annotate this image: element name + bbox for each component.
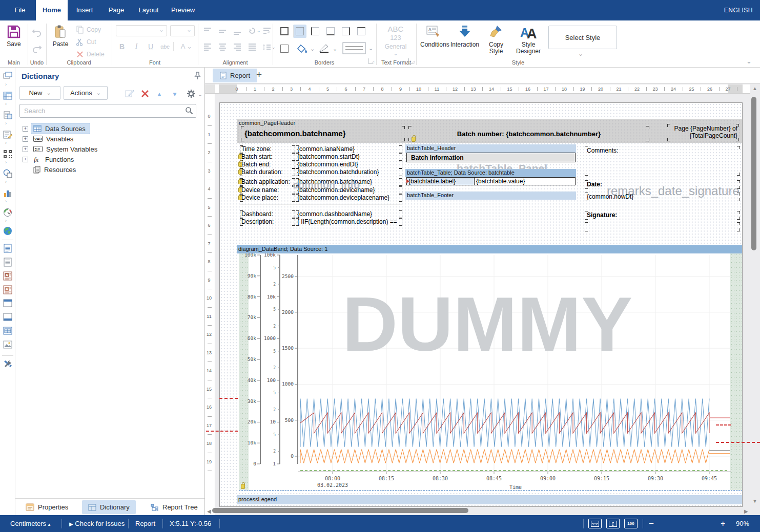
info-value-cell[interactable]: {batchcommon.startDt}	[296, 153, 402, 161]
tree-item-core[interactable]: fxFunctions	[31, 154, 78, 165]
batchname-textbox[interactable]: {batchcommon.batchname}	[241, 126, 405, 141]
check-for-issues-button[interactable]: ▶ Check for Issues	[69, 515, 125, 532]
process-chart[interactable]: 010k20k30k40k50k60k70k80k90k100k12510251…	[239, 253, 743, 490]
underline-button[interactable]: U	[145, 41, 157, 52]
menu-tab-file[interactable]: File	[5, 0, 35, 20]
expand-icon[interactable]: +	[23, 126, 28, 132]
bands-icon-flyout-chevron[interactable]: ›	[5, 82, 7, 87]
tree-item-functions[interactable]: +fxFunctions	[15, 155, 205, 165]
tab-report[interactable]: Report	[213, 69, 257, 82]
zoom-level[interactable]: 90%	[736, 515, 749, 532]
report-page[interactable]: common_PageHeader{batchcommon.batchname}…	[219, 102, 743, 507]
bands-icon[interactable]	[3, 72, 12, 81]
tree-item-core[interactable]: Resources	[31, 164, 80, 175]
gear-icon[interactable]	[187, 89, 196, 98]
scroll-right-icon[interactable]: ▶	[744, 508, 748, 514]
signature-empty-cell[interactable]	[585, 222, 740, 231]
delete-icon[interactable]	[140, 89, 150, 98]
border-right-button[interactable]	[339, 25, 353, 38]
info-value-cell[interactable]: {batchcommon.endDt}	[296, 161, 402, 168]
map-icon[interactable]	[3, 226, 12, 236]
tree-item-data-sources[interactable]: +Data Sources	[15, 124, 205, 134]
move-down-icon[interactable]: ▼	[172, 91, 178, 98]
batchtable-label-cell[interactable]: {batchtable.label}	[406, 177, 475, 185]
info-value-cell[interactable]: {batchcommon.deviceplacename}	[296, 194, 402, 202]
border-left-button[interactable]	[309, 25, 322, 38]
batch-number-textbox[interactable]: Batch number: {batchcommon.batchnumber}	[408, 126, 649, 141]
cut-button[interactable]: Cut	[76, 38, 96, 46]
rich-text2-icon[interactable]: A	[3, 285, 12, 294]
page-number-textbox[interactable]: Page {PageNumber} of {TotalPageCount}	[667, 124, 739, 141]
paste-button[interactable]: Paste	[48, 25, 73, 48]
zoom-fit-width-button[interactable]	[588, 519, 602, 528]
pin-icon[interactable]	[194, 72, 201, 80]
zoom-in-button[interactable]: +	[721, 515, 725, 532]
batchtable-value-cell[interactable]: {batchtable.value}	[474, 177, 576, 185]
zoom-out-button[interactable]: −	[649, 515, 654, 532]
move-up-icon[interactable]: ▲	[156, 91, 162, 98]
panel-tab-report-tree[interactable]: Report Tree	[145, 500, 204, 514]
text-format-dialog-launcher[interactable]	[408, 58, 414, 63]
chart-icon-flyout-chevron[interactable]: ›	[5, 199, 7, 204]
info-value-cell[interactable]: { IIF(Length(common.description) ==	[296, 218, 402, 226]
shapes-icon[interactable]	[3, 169, 12, 178]
fill-color-button[interactable]: ⌄	[296, 44, 315, 53]
border-top-button[interactable]	[355, 25, 368, 38]
band-batchtable-footer[interactable]: batchTable_Footer	[405, 191, 576, 200]
menu-tab-insert[interactable]: Insert	[69, 0, 100, 20]
border-color-button[interactable]: ⌄	[319, 44, 337, 53]
text-wrap-icon[interactable]	[262, 27, 272, 35]
info-label-cell[interactable]: Device place:	[240, 194, 295, 202]
tree-item-variables[interactable]: +VARVariables	[15, 134, 205, 144]
horizontal-scroll-thumb[interactable]	[212, 508, 468, 513]
band-batchtable-table[interactable]: batchTable_Table; Data Source: batchtabl…	[405, 169, 576, 177]
expand-icon[interactable]: +	[23, 157, 28, 162]
rich-text-icon[interactable]: A	[3, 271, 12, 281]
actions-button[interactable]: Actions⌄	[64, 86, 108, 100]
select-style-chevron[interactable]: ⌄	[578, 50, 583, 57]
comments-cell[interactable]: Comments:	[585, 146, 740, 176]
info-label-cell[interactable]: Batch duration:	[240, 168, 295, 176]
text-icon[interactable]	[3, 244, 12, 253]
panel-bottom-icon[interactable]	[3, 313, 12, 321]
interaction-button[interactable]: Interaction	[450, 25, 480, 48]
valign-middle-icon[interactable]	[218, 27, 227, 35]
info-label-cell[interactable]: Batch application:	[240, 178, 295, 186]
delete-button[interactable]: Delete	[76, 50, 105, 58]
signature-icon-flyout-chevron[interactable]: ›	[5, 140, 7, 145]
cross-tab-icon-flyout-chevron[interactable]: ›	[5, 101, 7, 107]
ribbon-collapse-icon[interactable]: ⌄	[746, 57, 752, 65]
components-icon[interactable]	[3, 111, 12, 120]
new-button[interactable]: New⌄	[19, 86, 60, 100]
redo-icon[interactable]	[31, 42, 43, 53]
info-label-cell[interactable]: Batch end:	[240, 161, 295, 168]
info-value-cell[interactable]: {common.dashboardName}	[296, 210, 402, 218]
barcode-icon[interactable]	[3, 150, 12, 159]
info-value-cell[interactable]: {common.ianaName}	[296, 145, 402, 153]
add-page-button[interactable]: +	[256, 69, 262, 80]
table-icon[interactable]	[3, 327, 12, 335]
bold-button[interactable]: B	[116, 41, 128, 52]
chart-icon[interactable]	[3, 188, 12, 198]
text-format-chevron[interactable]: ⌄	[379, 50, 412, 57]
menu-tab-layout[interactable]: Layout	[132, 0, 165, 20]
border-outside-button[interactable]	[278, 42, 291, 55]
chevron-down-icon[interactable]: ⌄	[198, 91, 202, 98]
gauge-icon[interactable]	[3, 208, 12, 217]
gauge-icon-flyout-chevron[interactable]: ›	[5, 218, 7, 223]
image-icon[interactable]	[3, 341, 12, 349]
info-label-cell[interactable]: Device name:	[240, 186, 295, 194]
tree-item-core[interactable]: Data Sources	[31, 123, 90, 134]
band-diagram-databand[interactable]: diagram_DataBand; Data Source: 1	[237, 245, 743, 253]
align-justify-icon[interactable]	[248, 43, 257, 51]
text-format-general[interactable]: General	[379, 43, 412, 50]
language-selector[interactable]: ENGLISH	[724, 0, 753, 20]
conditions-button[interactable]: AConditions	[420, 25, 447, 48]
info-value-cell[interactable]: {batchcommon.batchduration}	[296, 168, 402, 176]
menu-tab-home[interactable]: Home	[36, 0, 68, 20]
save-button[interactable]: Save	[2, 25, 26, 48]
search-input[interactable]	[24, 105, 180, 117]
align-left-icon[interactable]	[203, 43, 212, 51]
copy-style-button[interactable]: Copy Style	[484, 25, 508, 55]
info-value-cell[interactable]: {batchcommon.batchname}	[296, 178, 402, 186]
